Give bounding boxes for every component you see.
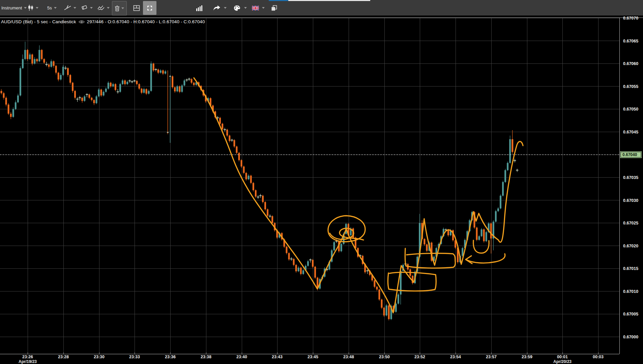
interval-selector[interactable]: 5s xyxy=(47,0,57,16)
price-axis-label: 0.67050 xyxy=(623,107,638,112)
time-axis-label: 23:43 xyxy=(272,355,283,359)
move-icon xyxy=(146,4,153,12)
chart-area[interactable]: 0.670700.670650.670600.670550.670500.670… xyxy=(0,0,643,364)
chevron-down-icon[interactable] xyxy=(107,7,110,9)
toolbar: Instrument5s xyxy=(0,0,643,16)
volume-bars-button[interactable] xyxy=(194,1,205,15)
flag-uk-icon xyxy=(252,6,259,10)
time-axis-label: 23:28 xyxy=(58,355,69,359)
price-axis-label: 0.67055 xyxy=(623,84,638,89)
time-axis-label: 23:40 xyxy=(236,355,247,359)
copy-icon xyxy=(271,5,277,11)
price-axis-label: 0.67060 xyxy=(623,61,638,66)
chevron-down-icon[interactable] xyxy=(90,7,93,9)
trendline-tool-button[interactable] xyxy=(64,0,76,16)
indicator-tool-button[interactable] xyxy=(97,0,110,16)
price-axis-label: 0.67015 xyxy=(623,266,638,271)
eraser-icon xyxy=(81,5,88,10)
interval-selector-label: 5s xyxy=(47,5,52,10)
price-axis-label: 0.67025 xyxy=(623,221,638,225)
current-price-value: 0.67040 xyxy=(622,152,637,157)
time-axis-label: 23:26 xyxy=(22,355,33,359)
price-axis-label: 0.67000 xyxy=(623,335,638,339)
chart-header: AUD/USD (Bid) - 5 sec - Candlestick 297/… xyxy=(1,19,205,24)
chevron-down-icon[interactable] xyxy=(74,7,76,9)
time-axis-label: 23:36 xyxy=(165,355,176,359)
price-axis-label: 0.67005 xyxy=(623,312,638,316)
chevron-down-icon[interactable] xyxy=(262,7,265,9)
price-axis-label: 0.67020 xyxy=(623,244,638,248)
chevron-down-icon[interactable] xyxy=(244,7,247,9)
chevron-down-icon[interactable] xyxy=(224,7,227,9)
trading-platform-window: 0.670700.670650.670600.670550.670500.670… xyxy=(0,0,643,364)
time-axis-date-label: Apr/19/23 xyxy=(19,359,37,364)
zigzag-icon xyxy=(97,5,105,10)
time-axis-label: 23:33 xyxy=(129,355,140,359)
price-axis-label: 0.67070 xyxy=(623,16,638,21)
trash-icon xyxy=(115,5,120,11)
time-axis-label: 23:59 xyxy=(522,355,532,359)
time-axis-label: 23:30 xyxy=(94,355,105,359)
copy-window-button[interactable] xyxy=(268,1,280,15)
eraser-tool-button[interactable] xyxy=(81,0,93,16)
price-axis-label: 0.67065 xyxy=(623,39,638,43)
palette-button[interactable] xyxy=(231,1,243,15)
share-icon xyxy=(213,5,221,11)
delete-drawings-button[interactable] xyxy=(112,1,127,16)
chart-ohlc-readout: 297/446 - O:0.67040 - H:0.67040 - L:0.67… xyxy=(87,19,205,24)
instrument-selector[interactable]: Instrument xyxy=(1,0,27,16)
chart-style-button[interactable] xyxy=(28,0,38,16)
chevron-down-icon[interactable] xyxy=(24,7,27,9)
candlestick-chart[interactable]: 0.670700.670650.670600.670550.670500.670… xyxy=(0,0,643,364)
time-axis-date-label: Apr/20/23 xyxy=(553,359,572,364)
time-axis-label: 23:52 xyxy=(414,355,425,359)
language-button[interactable] xyxy=(250,1,261,15)
time-axis-label: 00:01 xyxy=(557,355,568,359)
chevron-down-icon[interactable] xyxy=(54,7,57,9)
grid-layout-button[interactable] xyxy=(131,1,142,15)
eye-icon[interactable] xyxy=(79,20,85,24)
price-axis-label: 0.67035 xyxy=(623,175,638,180)
time-axis-label: 23:45 xyxy=(308,355,318,359)
candlestick-icon xyxy=(28,4,34,11)
time-axis-label: 23:38 xyxy=(201,355,211,359)
chevron-down-icon[interactable] xyxy=(36,7,38,9)
tab-indicator-white xyxy=(288,0,370,1)
tab-indicator-blue xyxy=(269,0,288,1)
grid-icon xyxy=(133,5,140,11)
price-axis-label: 0.67010 xyxy=(623,289,638,294)
palette-icon xyxy=(234,5,240,11)
time-axis-label: 00:03 xyxy=(593,355,604,359)
bars-icon xyxy=(196,5,203,11)
chevron-down-icon[interactable] xyxy=(121,7,124,9)
price-axis-label: 0.67030 xyxy=(623,198,638,203)
price-axis-label: 0.67045 xyxy=(623,130,638,134)
time-axis-label: 23:57 xyxy=(486,355,497,359)
time-axis-label: 23:54 xyxy=(450,355,461,359)
crosshair-mode-button[interactable] xyxy=(143,1,156,15)
time-axis-label: 23:50 xyxy=(379,355,390,359)
share-button[interactable] xyxy=(211,1,223,15)
time-axis-label: 23:48 xyxy=(343,355,354,359)
instrument-selector-label: Instrument xyxy=(1,5,22,10)
trendline-icon xyxy=(64,5,71,11)
chart-title: AUD/USD (Bid) - 5 sec - Candlestick xyxy=(1,19,76,24)
